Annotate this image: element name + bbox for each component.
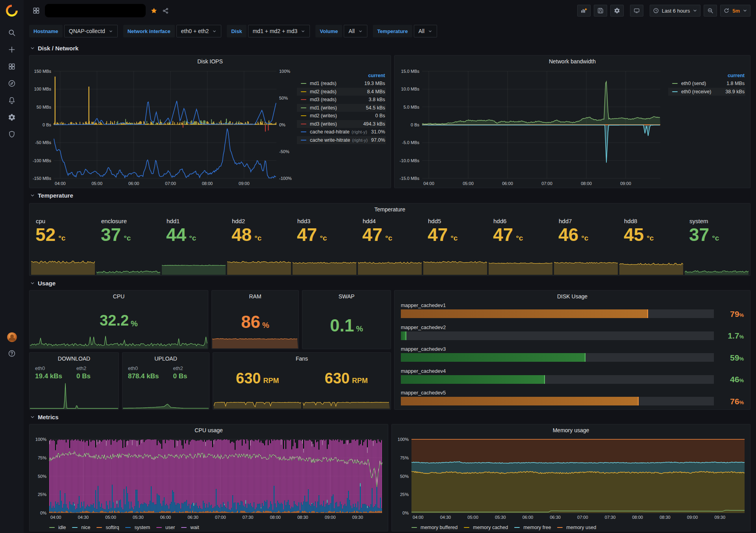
variable-value-dropdown[interactable]: All <box>344 25 367 37</box>
sidebar-item-alerting[interactable] <box>0 92 24 109</box>
svg-text:-50%: -50% <box>279 149 289 154</box>
share-icon[interactable] <box>162 7 169 14</box>
stat-name: hdd3 <box>297 218 310 224</box>
refresh-button[interactable]: 5m <box>720 5 750 17</box>
sidebar-item-server-admin[interactable] <box>0 126 24 143</box>
memory-usage-graph[interactable]: 04:0004:3005:0005:3006:0006:3007:0007:30… <box>392 436 750 522</box>
disk-iops-graph[interactable]: 04:0005:0006:0007:0008:0009:00150 MBs100… <box>31 67 295 187</box>
time-range-picker[interactable]: Last 6 hours <box>650 5 701 17</box>
disk-usage-bar-line: 1.7% <box>401 331 744 340</box>
legend-series-label[interactable]: md2 (reads) <box>310 89 336 94</box>
legend-series-system[interactable]: system <box>125 525 150 530</box>
legend-series-label[interactable]: md3 (writes) <box>310 121 337 127</box>
stat-value: 46°c <box>558 226 588 244</box>
panel-title[interactable]: Network bandwidth <box>395 56 750 67</box>
legend-series-memory-free[interactable]: memory free <box>514 525 551 530</box>
network-bandwidth-graph[interactable]: 04:0005:0006:0007:0008:0009:0015.0 MBs10… <box>396 67 667 187</box>
legend-series-idle[interactable]: idle <box>49 525 66 530</box>
svg-text:04:00: 04:00 <box>413 515 424 520</box>
row-header-temperature[interactable]: Temperature <box>29 188 750 202</box>
cycle-view-button[interactable] <box>630 5 643 17</box>
refresh-interval-label[interactable]: 5m <box>732 8 740 14</box>
legend-current-value: 0 Bs <box>375 113 385 118</box>
sidebar-item-create[interactable] <box>0 41 24 58</box>
legend-series-label[interactable]: eth0 (send) <box>681 81 706 86</box>
bar-gauge-cap <box>544 375 545 384</box>
svg-text:100 MBs: 100 MBs <box>34 87 52 91</box>
svg-text:08:00: 08:00 <box>632 515 643 520</box>
panel-title[interactable]: DISK Usage <box>395 291 750 302</box>
add-panel-button[interactable] <box>577 5 591 17</box>
legend-series-label[interactable]: cache read-hitrate <box>310 129 350 135</box>
row-header-disk-network[interactable]: Disk / Network <box>29 41 750 55</box>
panel-title[interactable]: Disk IOPS <box>30 56 391 67</box>
legend-series-memory-used[interactable]: memory used <box>557 525 596 530</box>
panel-upload: UPLOAD eth0878.4 kBseth20 Bs <box>122 352 209 410</box>
temperature-stat-cpu: cpu52°c <box>31 215 95 276</box>
row-header-metrics[interactable]: Metrics <box>29 410 750 424</box>
svg-text:-10.0 MBs: -10.0 MBs <box>400 158 420 163</box>
panel-title[interactable]: Fans <box>213 353 391 365</box>
legend-series-label[interactable]: md1 (writes) <box>310 105 337 111</box>
row-header-usage[interactable]: Usage <box>29 276 750 290</box>
sidebar-item-configuration[interactable] <box>0 109 24 126</box>
variable-value-dropdown[interactable]: All <box>414 25 437 37</box>
save-dashboard-button[interactable] <box>594 5 607 17</box>
svg-text:04:30: 04:30 <box>440 515 451 520</box>
interface-name: eth2 <box>173 365 187 371</box>
legend-series-nice[interactable]: nice <box>72 525 90 530</box>
variable-value-dropdown[interactable]: QNAP-collectd <box>64 25 118 37</box>
legend-series-user[interactable]: user <box>156 525 175 530</box>
svg-text:50%: 50% <box>279 96 288 100</box>
legend-series-label[interactable]: md3 (reads) <box>310 97 336 102</box>
legend-row: md3 (writes)494.3 kBs <box>297 120 386 128</box>
panel-title[interactable]: SWAP <box>302 291 391 302</box>
disk-usage-label: mapper_cachedev5 <box>401 390 744 396</box>
panel-title[interactable]: Temperature <box>30 204 750 215</box>
panel-title[interactable]: CPU usage <box>30 424 388 436</box>
variable-label: Temperature <box>373 25 412 37</box>
legend-series-label[interactable]: cache write-hitrate <box>310 137 350 143</box>
legend-series-label[interactable]: md2 (writes) <box>310 113 337 118</box>
stat-sparkline <box>619 257 683 275</box>
svg-text:0%: 0% <box>279 122 285 127</box>
grafana-logo-icon[interactable] <box>5 4 19 18</box>
panel-title[interactable]: DOWNLOAD <box>30 353 119 365</box>
sidebar-item-help[interactable] <box>0 349 24 358</box>
download-sparkline <box>30 378 118 409</box>
zoom-out-button[interactable] <box>704 5 717 17</box>
legend-row: md1 (writes)54.5 kBs <box>297 104 386 112</box>
legend-series-label[interactable]: md1 (reads) <box>310 81 336 86</box>
cpu-usage-graph[interactable]: 04:0004:3005:0005:3006:0006:3007:0007:30… <box>30 436 388 522</box>
interface-name: eth0 <box>128 365 159 371</box>
variable-value-dropdown[interactable]: eth0 + eth2 <box>176 25 221 37</box>
disk-usage-value: 46% <box>720 375 744 383</box>
sidebar-item-search[interactable] <box>0 24 24 41</box>
sidebar-item-dashboards[interactable] <box>0 58 24 75</box>
star-icon[interactable] <box>150 7 158 14</box>
panel-title[interactable]: UPLOAD <box>122 353 209 365</box>
svg-text:5.0 MBs: 5.0 MBs <box>404 105 420 109</box>
user-avatar[interactable] <box>7 332 17 342</box>
legend-series-softirq[interactable]: softirq <box>96 525 119 530</box>
dashboard-title-redacted[interactable] <box>45 4 146 17</box>
value-number: 76 <box>730 397 739 406</box>
svg-text:05:30: 05:30 <box>495 515 506 520</box>
sidebar-item-explore[interactable] <box>0 75 24 92</box>
panel-title[interactable]: Memory usage <box>392 424 750 436</box>
panel-title[interactable]: RAM <box>212 291 298 302</box>
question-icon <box>8 350 16 357</box>
legend-series-memory-buffered[interactable]: memory buffered <box>411 525 458 530</box>
variable-value-dropdown[interactable]: md1 + md2 + md3 <box>248 25 310 37</box>
dashboard-settings-button[interactable] <box>610 5 624 17</box>
legend-series-memory-cached[interactable]: memory cached <box>464 525 508 530</box>
chevron-down-icon <box>30 193 35 198</box>
panel-title[interactable]: CPU <box>30 291 208 302</box>
legend-series-label[interactable]: eth0 (receive) <box>681 89 711 94</box>
tv-icon <box>634 7 640 14</box>
legend-series-label: memory used <box>566 525 596 530</box>
stat-unit: °c <box>58 234 65 242</box>
legend-series-label: wait <box>190 525 199 530</box>
legend-series-wait[interactable]: wait <box>181 525 199 530</box>
legend-row: eth0 (send)1.8 MBs <box>668 80 745 88</box>
